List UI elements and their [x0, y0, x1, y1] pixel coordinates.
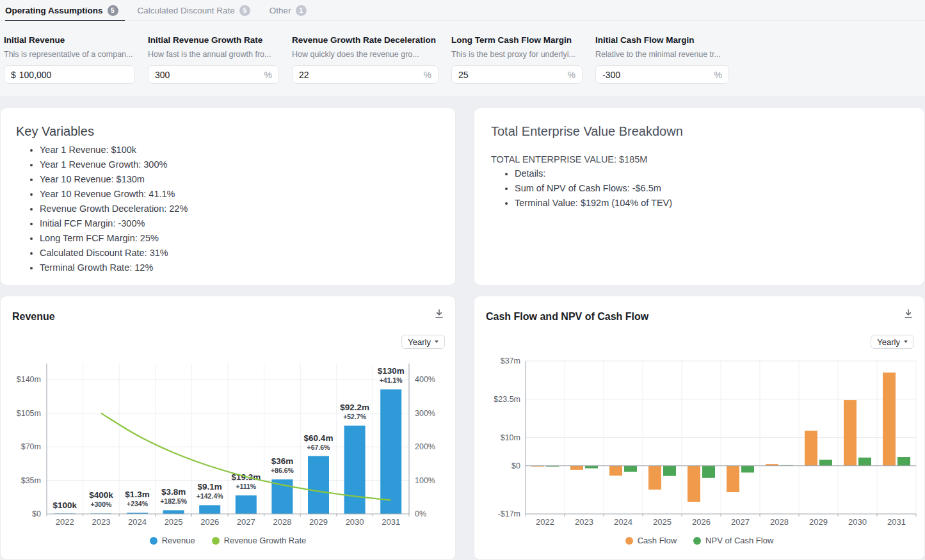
assumption-inputs-row: Initial Revenue This is representative o… [0, 21, 925, 96]
percent-suffix: % [424, 70, 431, 80]
cashflow-chart-canvas: -$17m$0$10m$23.5m$37m2022202320242025202… [477, 356, 925, 539]
svg-text:$37m: $37m [501, 356, 520, 365]
svg-text:+111%: +111% [236, 483, 256, 490]
long-term-cash-flow-margin-input[interactable] [458, 70, 568, 80]
svg-text:$35m: $35m [21, 476, 41, 485]
svg-text:2028: 2028 [770, 517, 789, 527]
tab-count-badge: 5 [108, 5, 118, 16]
svg-text:200%: 200% [415, 442, 435, 451]
period-label: Yearly [408, 337, 431, 347]
initial-revenue-growth-rate-input[interactable] [155, 70, 264, 80]
svg-text:$60.4m: $60.4m [304, 433, 334, 443]
cashflow-series-dot [625, 537, 633, 545]
svg-text:$23.5m: $23.5m [494, 395, 520, 404]
key-variable-item: Terminal Growth Rate: 12% [40, 260, 440, 275]
input-description: This is representative of a compan... [4, 50, 135, 59]
initial-revenue-input[interactable] [19, 70, 128, 80]
legend-label: Revenue Growth Rate [224, 536, 307, 545]
revenue-chart-title: Revenue [12, 311, 55, 323]
tab-operating-assumptions[interactable]: Operating Assumptions 5 [5, 0, 129, 20]
svg-text:$105m: $105m [17, 409, 41, 418]
legend-item-revenue: Revenue [150, 536, 195, 545]
tab-count-badge: 5 [239, 5, 250, 16]
svg-text:$140m: $140m [17, 375, 41, 384]
tev-detail-item: Details: [515, 166, 908, 181]
tev-breakdown-panel: Total Enterprise Value Breakdown TOTAL E… [474, 108, 925, 285]
key-variable-item: Year 1 Revenue Growth: 300% [40, 157, 440, 172]
revenue-growth-rate-deceleration-field[interactable]: % [292, 65, 438, 84]
key-variables-panel: Key Variables Year 1 Revenue: $100k Year… [0, 108, 456, 285]
svg-text:2024: 2024 [614, 517, 632, 527]
svg-text:2025: 2025 [653, 517, 672, 527]
period-selector[interactable]: Yearly [401, 335, 445, 349]
svg-text:+142.4%: +142.4% [197, 492, 223, 500]
svg-text:100%: 100% [415, 476, 435, 485]
svg-text:$0: $0 [32, 509, 41, 518]
download-button[interactable] [901, 307, 915, 321]
input-label: Initial Cash Flow Margin [595, 35, 729, 45]
input-label: Revenue Growth Rate Deceleration [292, 35, 438, 45]
svg-text:+182.5%: +182.5% [160, 497, 187, 505]
key-variable-item: Long Term FCF Margin: 25% [40, 231, 440, 246]
key-variable-item: Year 1 Revenue: $100k [40, 143, 440, 157]
svg-text:+41.1%: +41.1% [380, 376, 403, 384]
svg-text:0%: 0% [415, 509, 426, 518]
input-card-initial-revenue: Initial Revenue This is representative o… [4, 35, 135, 96]
initial-cash-flow-margin-field[interactable]: % [595, 65, 729, 84]
svg-text:2029: 2029 [809, 517, 828, 527]
revenue-chart-legend: Revenue Revenue Growth Rate [1, 536, 455, 545]
svg-text:2023: 2023 [575, 517, 593, 527]
svg-text:2026: 2026 [200, 517, 219, 527]
cashflow-chart-title: Cash Flow and NPV of Cash Flow [486, 311, 648, 323]
revenue-growth-rate-deceleration-input[interactable] [299, 70, 424, 80]
long-term-cash-flow-margin-field[interactable]: % [451, 65, 583, 84]
svg-text:+234%: +234% [127, 500, 149, 508]
legend-label: NPV of Cash Flow [705, 536, 773, 545]
percent-suffix: % [568, 70, 575, 80]
tab-calculated-discount-rate[interactable]: Calculated Discount Rate 5 [138, 0, 261, 20]
cashflow-chart-panel: Cash Flow and NPV of Cash Flow Yearly -$… [474, 296, 925, 560]
dcf-dashboard: Operating Assumptions 5 Calculated Disco… [0, 0, 925, 560]
svg-text:400%: 400% [415, 375, 435, 384]
input-card-long-term-cash-flow-margin: Long Term Cash Flow Margin This is the b… [451, 35, 583, 96]
key-variable-item: Year 10 Revenue Growth: 41.1% [40, 187, 440, 202]
svg-text:2024: 2024 [128, 517, 147, 527]
download-button[interactable] [432, 307, 446, 321]
tab-label: Operating Assumptions [5, 6, 103, 15]
svg-text:+86.6%: +86.6% [271, 467, 294, 474]
svg-text:+67.6%: +67.6% [307, 444, 331, 451]
svg-text:2023: 2023 [92, 517, 110, 527]
svg-text:2028: 2028 [273, 517, 291, 527]
svg-text:+52.7%: +52.7% [343, 413, 367, 420]
download-icon [903, 308, 914, 319]
svg-text:$1.3m: $1.3m [125, 490, 149, 499]
tev-headline: TOTAL ENTERPRISE VALUE: $185M [491, 154, 908, 164]
svg-text:$130m: $130m [378, 366, 405, 376]
tab-other[interactable]: Other 1 [269, 0, 317, 20]
revenue-chart-panel: Revenue Yearly $0$35m$70m$105m$140m0%100… [0, 296, 456, 560]
download-icon [433, 308, 445, 319]
svg-text:2026: 2026 [692, 517, 711, 527]
legend-item-revenue-growth-rate: Revenue Growth Rate [212, 536, 307, 545]
svg-text:-$17m: -$17m [498, 509, 520, 518]
revenue-series-dot [150, 537, 157, 545]
percent-suffix: % [264, 70, 272, 80]
key-variable-item: Calculated Discount Rate: 31% [40, 246, 440, 260]
tev-detail-item: Sum of NPV of Cash Flows: -$6.5m [515, 181, 908, 196]
period-label: Yearly [877, 337, 900, 347]
initial-revenue-field[interactable]: $ [4, 65, 135, 84]
chevron-down-icon [904, 340, 908, 343]
svg-text:$100k: $100k [53, 500, 77, 510]
key-variable-item: Revenue Growth Deceleration: 22% [40, 202, 440, 216]
percent-suffix: % [714, 70, 722, 80]
period-selector[interactable]: Yearly [871, 335, 914, 349]
initial-cash-flow-margin-input[interactable] [602, 70, 714, 80]
svg-text:300%: 300% [415, 409, 435, 418]
svg-text:2030: 2030 [848, 517, 867, 527]
tev-title: Total Enterprise Value Breakdown [491, 124, 908, 139]
initial-revenue-growth-rate-field[interactable]: % [148, 65, 279, 84]
svg-text:2027: 2027 [237, 517, 255, 527]
tev-details-list: Details: Sum of NPV of Cash Flows: -$6.5… [491, 166, 908, 211]
svg-text:2022: 2022 [536, 517, 554, 527]
revenue-chart-canvas: $0$35m$70m$105m$140m0%100%200%300%400%$1… [3, 356, 451, 539]
